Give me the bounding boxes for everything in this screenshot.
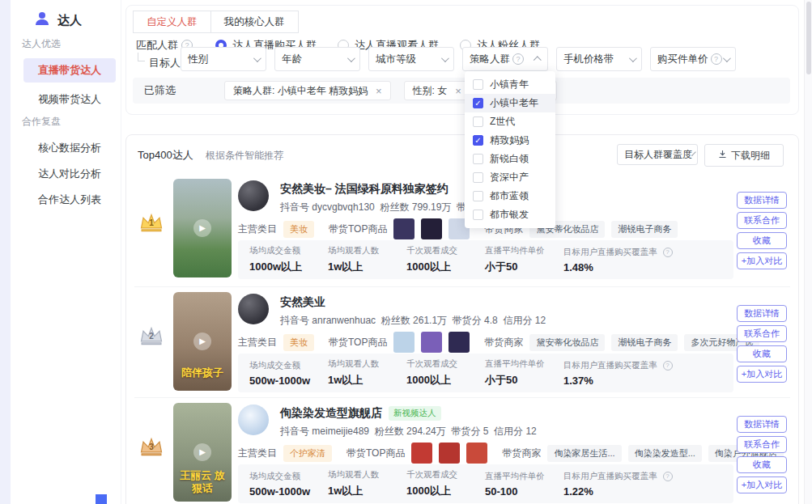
close-icon[interactable]: × (376, 86, 382, 96)
scrollbar-thumb[interactable] (806, 2, 811, 74)
avatar[interactable] (238, 180, 269, 211)
select-city-tier[interactable]: 城市等级 (368, 47, 454, 71)
sidebar-item-core-data-analysis[interactable]: 核心数据分析 (23, 136, 116, 160)
download-icon (718, 150, 727, 161)
video-thumbnail[interactable]: ▶ 王丽云 放狠话 (173, 403, 232, 502)
card-actions: 数据详情 联系合作 收藏 +加入对比 (737, 192, 787, 269)
option-dushi-yinfa[interactable]: ✓ 都市银发 (465, 205, 555, 224)
select-gender[interactable]: 性别 (181, 47, 266, 71)
option-gen-z[interactable]: ✓ Z世代 (465, 112, 555, 131)
product-image[interactable] (449, 332, 470, 353)
checkbox-icon[interactable]: ✓ (473, 135, 483, 146)
checkbox-icon[interactable]: ✓ (473, 210, 483, 220)
tree-corner-connector (138, 53, 145, 61)
product-image[interactable] (393, 332, 415, 353)
contact-cooperate-button[interactable]: 联系合作 (737, 325, 787, 342)
avatar[interactable] (238, 294, 269, 324)
add-compare-button[interactable]: +加入对比 (737, 366, 787, 383)
tab-custom-audience[interactable]: 自定义人群 (133, 11, 211, 33)
app-title: 达人 (57, 13, 82, 28)
tab-my-core-audience[interactable]: 我的核心人群 (210, 11, 299, 33)
option-dushi-lanling[interactable]: ✓ 都市蓝领 (465, 187, 555, 205)
contact-cooperate-button[interactable]: 联系合作 (737, 436, 787, 453)
help-icon: ? (663, 361, 673, 371)
video-thumbnail[interactable]: ▶ (173, 179, 232, 277)
sidebar-item-live-commerce[interactable]: 直播带货达人 (23, 58, 116, 83)
option-zishen-zhongchan[interactable]: ✓ 资深中产 (465, 168, 555, 187)
influencer-tag-row: 主营类目 美妆 带货TOP商品 带货商家 黛安蒂化妆品店 潮锐电子商务 多次元好… (238, 332, 759, 353)
chevron-down-icon (723, 54, 731, 62)
product-image[interactable] (421, 218, 442, 239)
contact-cooperate-button[interactable]: 联系合作 (737, 212, 787, 229)
merchant-tag: 潮锐电子商务 (611, 334, 678, 351)
results-title: Top400达人 (138, 148, 193, 163)
checkbox-icon[interactable]: ✓ (473, 116, 483, 127)
stat-value: 500w-1000w (249, 485, 328, 498)
stat-value: 小于50 (485, 373, 563, 388)
favorite-button[interactable]: 收藏 (737, 456, 787, 473)
checkbox-icon[interactable]: ✓ (473, 191, 483, 201)
vertical-scrollbar[interactable] (804, 0, 812, 504)
product-image[interactable] (393, 218, 415, 239)
add-compare-button[interactable]: +加入对比 (737, 252, 787, 269)
product-image[interactable] (421, 332, 442, 353)
rank-3-crown-icon: 3 (139, 437, 164, 458)
favorite-button[interactable]: 收藏 (737, 232, 787, 249)
card-divider (134, 397, 790, 398)
favorite-button[interactable]: 收藏 (737, 345, 787, 362)
video-thumbnail[interactable]: ▶ 陪伴孩子 (173, 292, 232, 391)
stat-value: 1w以上 (328, 484, 406, 498)
sidebar-item-video-commerce[interactable]: 视频带货达人 (23, 87, 116, 112)
product-image[interactable] (439, 443, 460, 464)
app-logo: 达人 (33, 10, 82, 31)
audience-tabs: 自定义人群 我的核心人群 (133, 11, 299, 33)
bottom-left-widget (96, 494, 107, 504)
product-image[interactable] (411, 443, 432, 464)
influencer-name[interactable]: 侚染染发造型旗舰店 新视频达人 (280, 406, 441, 421)
stat-label: 场均成交金额 (249, 245, 328, 256)
data-detail-button[interactable]: 数据详情 (737, 416, 787, 433)
data-detail-button[interactable]: 数据详情 (737, 192, 787, 209)
user-avatar-icon (33, 10, 51, 31)
thumbnail-caption: 王丽云 放狠话 (173, 469, 232, 496)
chevron-down-icon (441, 54, 449, 62)
add-compare-button[interactable]: +加入对比 (737, 476, 787, 493)
option-jingzhi-mama[interactable]: ✓ 精致妈妈 (465, 131, 555, 150)
influencer-card-2: 2 ▶ 陪伴孩子 安然美业 抖音号 anranwenhuac 粉丝数 261.1… (134, 289, 790, 400)
sidebar-item-influencer-compare[interactable]: 达人对比分析 (23, 162, 116, 186)
category-label: 主营类目 (238, 447, 277, 460)
chevron-down-icon (253, 54, 261, 62)
play-icon: ▶ (193, 332, 211, 350)
applied-filters-label: 已筛选 (144, 83, 176, 98)
merchant-tag: 潮锐电子商务 (611, 221, 678, 238)
stat-value: 500w-1000w (249, 375, 328, 387)
checkbox-icon[interactable]: ✓ (473, 172, 483, 183)
select-strategy-audience[interactable]: 策略人群 ? (462, 47, 548, 71)
filter-tag-gender[interactable]: 性别: 女 × (404, 81, 470, 100)
rank-2-crown-icon: 2 (139, 326, 164, 347)
influencer-name[interactable]: 安然美妆– 法国绿科原料独家签约 (280, 182, 449, 197)
option-xiaozhen-qingnian[interactable]: ✓ 小镇青年 (465, 75, 555, 94)
option-xinrui-bailing[interactable]: ✓ 新锐白领 (465, 150, 555, 168)
merchants-label: 带货商家 (502, 447, 541, 460)
select-unit-price[interactable]: 购买件单价 ? (650, 47, 736, 71)
checkbox-icon[interactable]: ✓ (473, 154, 483, 164)
checkbox-icon[interactable]: ✓ (473, 98, 483, 108)
stat-value: 1000以上 (406, 373, 485, 388)
sidebar-item-cooperation-list[interactable]: 合作达人列表 (23, 188, 116, 212)
coverage-select[interactable]: 目标人群覆盖度 (617, 144, 698, 165)
checkbox-icon[interactable]: ✓ (473, 79, 483, 90)
influencer-name[interactable]: 安然美业 (280, 295, 325, 310)
data-detail-button[interactable]: 数据详情 (737, 305, 787, 322)
download-detail-button[interactable]: 下载明细 (704, 144, 784, 167)
stat-label: 场均观看人数 (328, 245, 406, 256)
option-xiaozhen-zhonglaonian[interactable]: ✓ 小镇中老年 (465, 94, 555, 112)
close-icon[interactable]: × (455, 86, 461, 96)
product-image[interactable] (466, 443, 487, 464)
stats-bar: 场均成交金额500w-1000w 场均观看人数1w以上 千次观看成交1000以上… (238, 464, 733, 503)
top-products-label: 带货TOP商品 (329, 222, 387, 236)
select-age[interactable]: 年龄 (274, 47, 360, 71)
select-phone-price[interactable]: 手机价格带 (556, 47, 642, 71)
avatar[interactable] (238, 404, 269, 435)
filter-tag-strategy[interactable]: 策略人群: 小镇中老年 精致妈妈 × (224, 81, 391, 100)
